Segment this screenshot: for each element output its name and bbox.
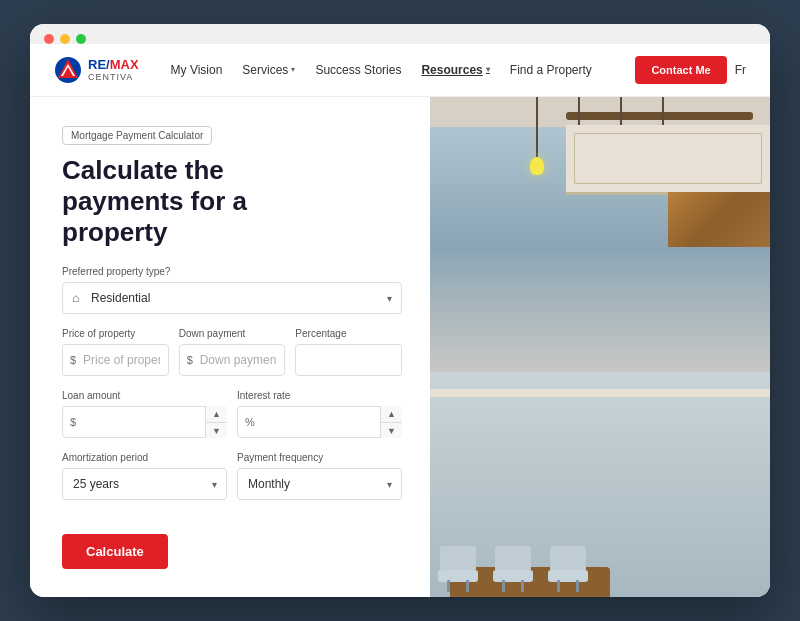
property-type-select-wrapper: ⌂ Residential Commercial Multi-Family ▾ (62, 282, 402, 314)
percentage-input[interactable] (295, 344, 402, 376)
property-type-label: Preferred property type? (62, 266, 402, 277)
stepper-down-button[interactable]: ▼ (381, 423, 402, 439)
interest-rate-label: Interest rate (237, 390, 402, 401)
kitchen-illustration (430, 97, 770, 598)
amortization-frequency-row: Amortization period 10 years 15 years 20… (62, 452, 402, 514)
chairs (435, 532, 590, 592)
stepper-down-button[interactable]: ▼ (206, 423, 227, 439)
chair-2 (490, 532, 535, 592)
kitchen-image-panel (430, 97, 770, 598)
percent-prefix-icon: % (245, 416, 255, 428)
price-row: Price of property $ Down payment $ (62, 328, 402, 376)
interest-rate-stepper: ▲ ▼ (380, 406, 402, 438)
wood-cabinet (668, 192, 770, 247)
percentage-field: Percentage (295, 328, 402, 376)
chevron-down-icon: ▾ (486, 65, 490, 74)
home-icon: ⌂ (72, 291, 79, 305)
nav-my-vision[interactable]: My Vision (171, 63, 223, 77)
loan-amount-input[interactable]: 0 (62, 406, 227, 438)
countertop (430, 389, 770, 397)
calculate-button[interactable]: Calculate (62, 534, 168, 569)
main-content: Mortgage Payment Calculator Calculate th… (30, 97, 770, 598)
amortization-select[interactable]: 10 years 15 years 20 years 25 years 30 y… (62, 468, 227, 500)
interest-rate-input[interactable]: 5.5 (237, 406, 402, 438)
remax-logo-icon (54, 56, 82, 84)
nav-services[interactable]: Services ▾ (242, 63, 295, 77)
browser-chrome (30, 24, 770, 44)
amortization-label: Amortization period (62, 452, 227, 463)
logo: RE/MAX CENTIVA (54, 56, 139, 84)
price-label: Price of property (62, 328, 169, 339)
navbar: RE/MAX CENTIVA My Vision Services ▾ Succ… (30, 44, 770, 97)
dollar-prefix-icon: $ (70, 354, 76, 366)
page-title: Calculate the payments for a property (62, 155, 402, 249)
browser-dot-red[interactable] (44, 34, 54, 44)
down-payment-label: Down payment (179, 328, 286, 339)
nav-find-property[interactable]: Find a Property (510, 63, 592, 77)
browser-dot-green[interactable] (76, 34, 86, 44)
dollar-prefix-icon: $ (70, 416, 76, 428)
logo-centiva: CENTIVA (88, 72, 139, 82)
interest-rate-field: Interest rate % 5.5 ▲ ▼ (237, 390, 402, 438)
loan-interest-row: Loan amount $ 0 ▲ ▼ Interest rate (62, 390, 402, 438)
pendant-1 (530, 97, 544, 185)
contact-button[interactable]: Contact Me (635, 56, 726, 84)
stepper-up-button[interactable]: ▲ (381, 406, 402, 423)
chevron-down-icon: ▾ (291, 65, 295, 74)
chair-1 (435, 532, 480, 592)
calculator-form-panel: Mortgage Payment Calculator Calculate th… (30, 97, 430, 598)
property-type-select[interactable]: Residential Commercial Multi-Family (62, 282, 402, 314)
payment-frequency-field: Payment frequency Weekly Bi-weekly Month… (237, 452, 402, 514)
browser-frame: RE/MAX CENTIVA My Vision Services ▾ Succ… (30, 24, 770, 598)
loan-amount-label: Loan amount (62, 390, 227, 401)
browser-dot-yellow[interactable] (60, 34, 70, 44)
nav-links: My Vision Services ▾ Success Stories Res… (171, 63, 636, 77)
frequency-select[interactable]: Weekly Bi-weekly Monthly (237, 468, 402, 500)
section-badge: Mortgage Payment Calculator (62, 126, 212, 145)
dollar-prefix-icon: $ (187, 354, 193, 366)
nav-success-stories[interactable]: Success Stories (315, 63, 401, 77)
nav-resources[interactable]: Resources ▾ (421, 63, 489, 77)
down-payment-field: Down payment $ (179, 328, 286, 376)
language-toggle[interactable]: Fr (735, 63, 746, 77)
chair-3 (545, 532, 590, 592)
price-input[interactable] (62, 344, 169, 376)
amortization-field: Amortization period 10 years 15 years 20… (62, 452, 227, 514)
property-type-field: Preferred property type? ⌂ Residential C… (62, 266, 402, 314)
browser-content: RE/MAX CENTIVA My Vision Services ▾ Succ… (30, 44, 770, 598)
down-payment-input[interactable] (179, 344, 286, 376)
loan-amount-stepper: ▲ ▼ (205, 406, 227, 438)
upper-cabinet (566, 125, 770, 195)
price-of-property-field: Price of property $ (62, 328, 169, 376)
percentage-label: Percentage (295, 328, 402, 339)
frequency-label: Payment frequency (237, 452, 402, 463)
stepper-up-button[interactable]: ▲ (206, 406, 227, 423)
loan-amount-field: Loan amount $ 0 ▲ ▼ (62, 390, 227, 438)
logo-text: RE/MAX CENTIVA (88, 58, 139, 82)
